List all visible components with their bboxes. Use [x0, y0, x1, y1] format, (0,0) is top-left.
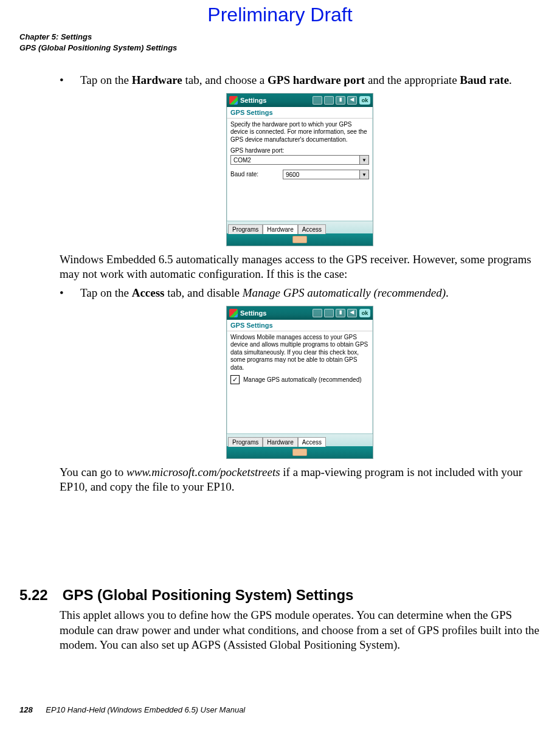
- t-bold-gps-port: GPS hardware port: [268, 74, 365, 86]
- t: tab, and disable: [165, 286, 243, 299]
- volume-icon[interactable]: ◀: [347, 96, 357, 105]
- bottom-bar: [227, 233, 373, 246]
- bullet-marker: •: [60, 73, 80, 88]
- checkbox-manage-gps[interactable]: ✓: [230, 375, 240, 384]
- t-bold-hardware: Hardware: [132, 74, 182, 86]
- t: .: [446, 286, 449, 299]
- watermark-preliminary-draft: Preliminary Draft: [0, 4, 560, 26]
- page-number: 128: [19, 705, 33, 714]
- footer-manual-title: EP10 Hand-Held (Windows Embedded 6.5) Us…: [46, 705, 245, 714]
- bullet-text: Tap on the Hardware tab, and choose a GP…: [80, 73, 540, 88]
- combo-value: 9600: [283, 171, 359, 178]
- device-frame: Settings ▮ ◀ ok GPS Settings Specify the…: [226, 93, 373, 246]
- tray-icon[interactable]: [313, 96, 322, 105]
- label-gps-hardware-port: GPS hardware port:: [230, 147, 369, 154]
- screenshot-access-tab: Settings ▮ ◀ ok GPS Settings Windows Mob…: [60, 306, 540, 459]
- tab-strip: Programs Hardware Access: [227, 221, 373, 233]
- page-footer: 128 EP10 Hand-Held (Windows Embedded 6.5…: [19, 705, 245, 714]
- t: .: [509, 74, 512, 86]
- url-pocketstreets: www.microsoft.com/pocketstreets: [126, 466, 280, 478]
- paragraph-auto-manage: Windows Embedded 6.5 automatically manag…: [60, 252, 540, 282]
- t: tab, and choose a: [182, 74, 268, 86]
- section-heading-row: 5.22 GPS (Global Positioning System) Set…: [19, 587, 542, 604]
- ok-button[interactable]: ok: [359, 309, 370, 317]
- t-italic-manage-gps: Manage GPS automatically (recommended): [243, 286, 446, 299]
- tab-hardware[interactable]: Hardware: [263, 224, 297, 234]
- panel-description: Windows Mobile manages access to your GP…: [230, 334, 369, 372]
- panel-body: Specify the hardware port to which your …: [227, 119, 373, 221]
- t: Tap on the: [80, 286, 132, 299]
- t: and the appropriate: [365, 74, 460, 86]
- start-flag-icon[interactable]: [229, 96, 238, 105]
- system-tray: ▮ ◀: [313, 309, 357, 317]
- titlebar: Settings ▮ ◀ ok: [227, 94, 373, 107]
- titlebar-title: Settings: [240, 309, 266, 317]
- tab-strip: Programs Hardware Access: [227, 433, 373, 446]
- system-tray: ▮ ◀: [313, 96, 357, 105]
- keyboard-icon[interactable]: [292, 449, 307, 456]
- t: Tap on the: [80, 74, 132, 86]
- t-bold-baud: Baud rate: [460, 74, 509, 86]
- section-paragraph: This applet allows you to define how the…: [60, 608, 540, 653]
- body-column: • Tap on the Hardware tab, and choose a …: [60, 73, 540, 499]
- keyboard-icon[interactable]: [292, 236, 307, 243]
- checkbox-row-manage-gps[interactable]: ✓ Manage GPS automatically (recommended): [230, 375, 369, 384]
- section-number: 5.22: [19, 587, 48, 604]
- screenshot-hardware-tab: Settings ▮ ◀ ok GPS Settings Specify the…: [60, 93, 540, 246]
- t: You can go to: [60, 466, 126, 478]
- t-bold-access: Access: [132, 286, 165, 299]
- combo-gps-hardware-port[interactable]: COM2 ▼: [230, 155, 369, 165]
- label-baud-rate: Baud rate:: [230, 171, 279, 178]
- signal-icon[interactable]: ▮: [336, 309, 345, 317]
- section-title: GPS (Global Positioning System) Settings: [63, 587, 354, 604]
- chevron-down-icon[interactable]: ▼: [359, 170, 368, 179]
- instruction-bullet-access: • Tap on the Access tab, and disable Man…: [60, 286, 540, 301]
- chevron-down-icon[interactable]: ▼: [359, 156, 368, 164]
- bullet-marker: •: [60, 286, 80, 301]
- ok-button[interactable]: ok: [359, 96, 370, 105]
- bottom-bar: [227, 446, 373, 458]
- titlebar: Settings ▮ ◀ ok: [227, 306, 373, 320]
- instruction-bullet-hardware: • Tap on the Hardware tab, and choose a …: [60, 73, 540, 88]
- panel-title-gps-settings: GPS Settings: [227, 107, 373, 119]
- bullet-text: Tap on the Access tab, and disable Manag…: [80, 286, 540, 301]
- signal-icon[interactable]: ▮: [336, 96, 345, 105]
- tray-icon[interactable]: [313, 309, 322, 317]
- tab-programs[interactable]: Programs: [228, 437, 263, 447]
- panel-description: Specify the hardware port to which your …: [230, 121, 369, 144]
- start-flag-icon[interactable]: [229, 309, 238, 317]
- page: Preliminary Draft Chapter 5: Settings GP…: [0, 0, 560, 735]
- tray-icon[interactable]: [324, 96, 334, 105]
- panel-body: Windows Mobile manages access to your GP…: [227, 331, 373, 433]
- tab-access[interactable]: Access: [298, 437, 326, 447]
- checkbox-label: Manage GPS automatically (recommended): [243, 376, 362, 383]
- volume-icon[interactable]: ◀: [347, 309, 357, 317]
- paragraph-pocketstreets: You can go to www.microsoft.com/pocketst…: [60, 465, 540, 495]
- device-frame: Settings ▮ ◀ ok GPS Settings Windows Mob…: [226, 306, 373, 459]
- combo-value: COM2: [231, 157, 359, 164]
- tab-hardware[interactable]: Hardware: [263, 437, 297, 447]
- tab-access[interactable]: Access: [298, 224, 326, 234]
- combo-baud-rate[interactable]: 9600 ▼: [283, 170, 369, 179]
- titlebar-title: Settings: [240, 97, 266, 104]
- panel-title-gps-settings: GPS Settings: [227, 320, 373, 331]
- running-header-chapter: Chapter 5: Settings: [19, 32, 177, 43]
- tray-icon[interactable]: [324, 309, 334, 317]
- running-header-section: GPS (Global Positioning System) Settings: [19, 43, 177, 53]
- tab-programs[interactable]: Programs: [228, 224, 263, 234]
- running-header: Chapter 5: Settings GPS (Global Position…: [19, 32, 177, 53]
